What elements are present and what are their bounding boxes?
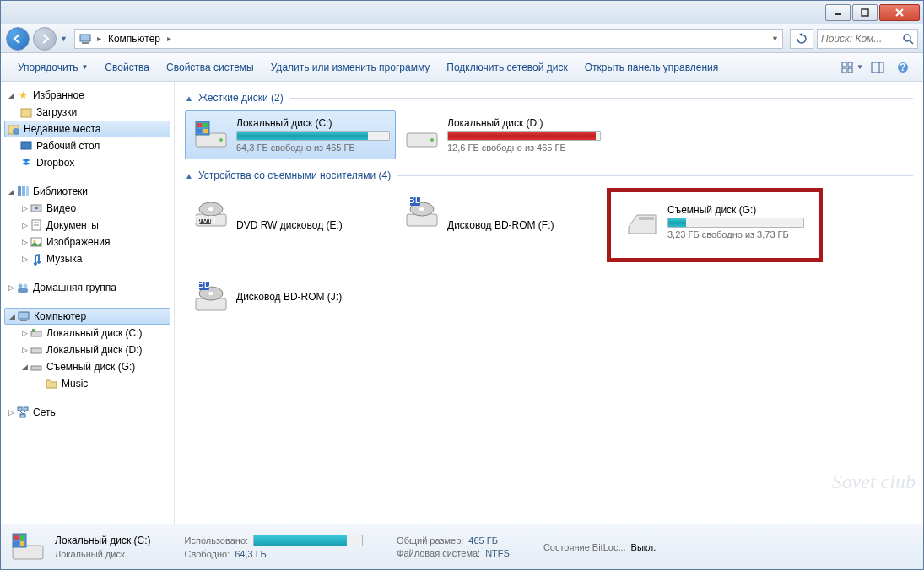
- downloads-icon: [19, 105, 33, 119]
- svg-rect-22: [26, 186, 29, 196]
- sidebar-item-music[interactable]: ▷Музыка: [1, 250, 174, 267]
- svg-rect-11: [848, 68, 852, 73]
- uninstall-button[interactable]: Удалить или изменить программу: [262, 58, 439, 77]
- dvd-drive-icon: DVD: [191, 192, 231, 233]
- status-name: Локальный диск (C:): [55, 535, 151, 546]
- svg-line-41: [19, 411, 23, 414]
- documents-icon: [30, 218, 43, 232]
- breadcrumb[interactable]: ▸ Компьютер ▸ ▼: [74, 29, 783, 49]
- sidebar-item-dropbox[interactable]: Dropbox: [1, 154, 174, 171]
- drive-icon: [30, 343, 43, 357]
- svg-point-59: [419, 207, 424, 211]
- sidebar-homegroup[interactable]: ▷Домашняя группа: [1, 279, 174, 296]
- group-removable[interactable]: ▲ Устройства со съемными носителями (4): [185, 169, 913, 181]
- organize-button[interactable]: Упорядочить ▼: [9, 58, 96, 77]
- svg-rect-72: [14, 541, 19, 546]
- bd-drive-icon: BD: [191, 277, 231, 317]
- svg-rect-21: [22, 186, 25, 196]
- drive-dvd-e[interactable]: DVD DVD RW дисковод (E:): [185, 188, 396, 262]
- drive-icon: [9, 529, 46, 566]
- svg-rect-39: [24, 407, 28, 411]
- drive-icon: [191, 115, 231, 155]
- forward-button[interactable]: [33, 27, 57, 51]
- chevron-right-icon[interactable]: ▸: [165, 34, 173, 43]
- maximize-button[interactable]: [852, 4, 878, 21]
- history-dropdown-icon[interactable]: ▼: [60, 35, 68, 43]
- close-button[interactable]: [879, 4, 920, 21]
- sidebar-item-music-folder[interactable]: Music: [1, 375, 174, 392]
- sidebar-computer[interactable]: ◢Компьютер: [4, 308, 170, 325]
- chevron-right-icon[interactable]: ▸: [95, 34, 103, 43]
- sidebar-item-documents[interactable]: ▷Документы: [1, 217, 174, 234]
- usage-bar: [447, 131, 601, 141]
- svg-point-18: [13, 128, 19, 135]
- refresh-button[interactable]: [790, 29, 813, 49]
- nav-bar: ▼ ▸ Компьютер ▸ ▼: [1, 24, 923, 53]
- homegroup-icon: [16, 281, 30, 294]
- network-icon: [16, 406, 30, 419]
- desktop-icon: [19, 139, 33, 153]
- group-hdd[interactable]: ▲ Жесткие диски (2): [185, 92, 913, 104]
- view-options-button[interactable]: ▼: [840, 57, 864, 78]
- content-pane: ▲ Жесткие диски (2) Локальный диск (C:) …: [175, 82, 923, 524]
- window-title: ​: [4, 8, 11, 18]
- svg-rect-8: [842, 62, 846, 67]
- svg-line-7: [910, 40, 913, 44]
- svg-rect-47: [197, 129, 202, 133]
- usage-bar: [253, 535, 363, 546]
- svg-point-6: [904, 35, 910, 41]
- breadcrumb-dropdown-icon[interactable]: ▼: [771, 35, 779, 43]
- svg-rect-12: [872, 62, 883, 73]
- drive-g[interactable]: Съемный диск (G:) 3,23 ГБ свободно из 3,…: [616, 197, 810, 246]
- sidebar-item-recent[interactable]: Недавние места: [4, 121, 170, 137]
- preview-pane-button[interactable]: [866, 57, 889, 78]
- back-button[interactable]: [6, 27, 30, 51]
- drive-icon: [402, 115, 442, 155]
- computer-icon: [78, 32, 92, 46]
- sidebar-item-desktop[interactable]: Рабочий стол: [1, 137, 174, 154]
- properties-button[interactable]: Свойства: [96, 58, 158, 77]
- status-type: Локальный диск: [55, 549, 151, 559]
- svg-rect-20: [18, 186, 21, 196]
- svg-rect-71: [20, 535, 24, 540]
- sidebar: ◢★Избранное Загрузки Недавние места Рабо…: [1, 82, 175, 524]
- search-box[interactable]: [817, 29, 918, 49]
- folder-icon: [45, 377, 58, 390]
- explorer-window: ​ ▼ ▸ Компьютер ▸ ▼ Упорядочить ▼ Свойст…: [0, 0, 924, 570]
- toolbar: Упорядочить ▼ Свойства Свойства системы …: [1, 53, 923, 82]
- minimize-button[interactable]: [825, 4, 851, 21]
- control-panel-button[interactable]: Открыть панель управления: [576, 58, 727, 77]
- help-button[interactable]: ?: [891, 57, 915, 78]
- search-input[interactable]: [821, 33, 902, 45]
- svg-rect-10: [842, 68, 846, 73]
- svg-rect-70: [14, 535, 19, 540]
- svg-point-65: [208, 292, 213, 295]
- drive-bd-j[interactable]: BD Дисковод BD-ROM (J:): [185, 272, 396, 321]
- sidebar-item-disk-g[interactable]: ◢Съемный диск (G:): [1, 358, 174, 375]
- sidebar-item-disk-c[interactable]: ▷Локальный диск (C:): [1, 325, 174, 341]
- star-icon: ★: [16, 89, 30, 102]
- sidebar-libraries[interactable]: ◢Библиотеки: [1, 183, 174, 200]
- drive-bd-f[interactable]: BD Дисковод BD-ROM (F:): [396, 188, 607, 262]
- sidebar-item-images[interactable]: ▷Изображения: [1, 234, 174, 250]
- svg-rect-1: [862, 9, 868, 16]
- sidebar-item-downloads[interactable]: Загрузки: [1, 104, 174, 121]
- titlebar: ​: [1, 1, 923, 24]
- drive-icon: [30, 326, 43, 340]
- svg-rect-45: [197, 123, 202, 127]
- body: ◢★Избранное Загрузки Недавние места Рабо…: [1, 82, 923, 524]
- sidebar-item-disk-d[interactable]: ▷Локальный диск (D:): [1, 341, 174, 358]
- video-icon: [30, 202, 43, 215]
- drive-d[interactable]: Локальный диск (D:) 12,6 ГБ свободно из …: [396, 110, 607, 159]
- sidebar-item-video[interactable]: ▷Видео: [1, 200, 174, 217]
- sidebar-network[interactable]: ▷Сеть: [1, 404, 174, 421]
- svg-text:DVD: DVD: [194, 214, 216, 226]
- svg-rect-9: [848, 62, 852, 67]
- svg-rect-16: [21, 109, 31, 117]
- sidebar-favorites[interactable]: ◢★Избранное: [1, 87, 174, 104]
- map-drive-button[interactable]: Подключить сетевой диск: [438, 58, 575, 77]
- system-properties-button[interactable]: Свойства системы: [158, 58, 262, 77]
- breadcrumb-segment[interactable]: Компьютер: [103, 30, 165, 48]
- drive-c[interactable]: Локальный диск (C:) 64,3 ГБ свободно из …: [185, 110, 396, 159]
- search-icon: [902, 33, 914, 45]
